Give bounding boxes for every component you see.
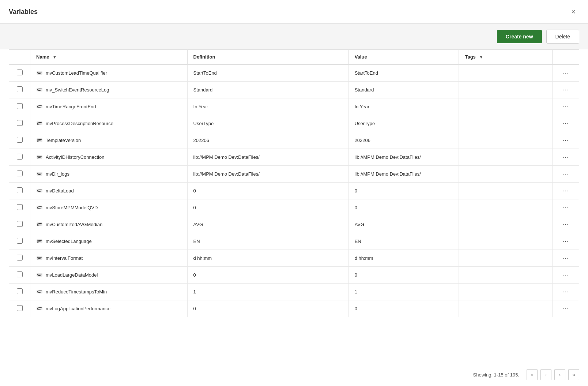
row-actions-cell: ··· — [552, 64, 579, 82]
row-value-cell: 0 — [348, 199, 459, 216]
variable-icon: $ — [36, 305, 43, 312]
row-name: mvReduceTimestampsToMin — [46, 289, 107, 295]
close-button[interactable]: × — [568, 6, 579, 18]
row-value-cell: 0 — [348, 300, 459, 317]
row-checkbox[interactable] — [17, 271, 23, 277]
row-value-cell: lib://MPM Demo Dev:DataFiles/ — [348, 166, 459, 183]
row-value: AVG — [355, 222, 365, 227]
next-page-button[interactable]: › — [554, 369, 565, 380]
variable-icon: $ — [36, 187, 43, 194]
row-definition: StartToEnd — [193, 70, 217, 76]
row-value-cell: 0 — [348, 183, 459, 199]
svg-rect-30 — [38, 190, 42, 190]
row-more-button[interactable]: ··· — [560, 102, 571, 111]
row-checkbox-cell — [9, 166, 30, 183]
row-name: mvDir_logs — [46, 171, 69, 177]
svg-rect-50 — [38, 274, 42, 274]
row-more-button[interactable]: ··· — [560, 237, 571, 246]
row-more-button[interactable]: ··· — [560, 186, 571, 195]
table-row: $ mvReduceTimestampsToMin11··· — [9, 284, 579, 300]
row-definition: 0 — [193, 188, 196, 194]
pagination-info: Showing: 1-15 of 195. — [473, 372, 519, 378]
row-checkbox[interactable] — [17, 305, 23, 311]
row-checkbox[interactable] — [17, 204, 23, 210]
prev-page-button[interactable]: ‹ — [540, 369, 551, 380]
row-definition-cell: StartToEnd — [187, 64, 348, 82]
row-more-button[interactable]: ··· — [560, 220, 571, 229]
row-value-cell: 0 — [348, 267, 459, 284]
row-checkbox-cell — [9, 115, 30, 132]
svg-rect-19 — [38, 140, 41, 141]
row-definition-cell: 0 — [187, 199, 348, 216]
create-new-button[interactable]: Create new — [497, 30, 542, 43]
row-more-button[interactable]: ··· — [560, 254, 571, 263]
table-row: $ mvTimeRangeFrontEndIn YearIn Year··· — [9, 98, 579, 115]
row-more-button[interactable]: ··· — [560, 287, 571, 296]
svg-rect-31 — [38, 191, 41, 192]
table-row: $ mvCustomLeadTimeQualifierStartToEndSta… — [9, 64, 579, 82]
row-tags-cell — [459, 98, 552, 115]
row-name: mvLoadLargeDataModel — [46, 272, 98, 278]
row-checkbox[interactable] — [17, 170, 23, 176]
table-row: $ mvDeltaLoad00··· — [9, 183, 579, 199]
svg-rect-26 — [38, 173, 42, 173]
row-checkbox[interactable] — [17, 288, 23, 294]
row-more-button[interactable]: ··· — [560, 85, 571, 94]
row-definition: AVG — [193, 222, 203, 227]
row-tags-cell — [459, 233, 552, 250]
row-more-button[interactable]: ··· — [560, 136, 571, 145]
svg-rect-18 — [38, 139, 42, 140]
name-filter-icon[interactable]: ▼ — [53, 55, 57, 59]
row-definition-cell: 0 — [187, 267, 348, 284]
row-more-button[interactable]: ··· — [560, 153, 571, 162]
row-more-button[interactable]: ··· — [560, 169, 571, 179]
row-definition: UserType — [193, 121, 214, 126]
row-name: TemplateVersion — [46, 138, 81, 143]
row-definition-cell: EN — [187, 233, 348, 250]
last-page-button[interactable]: » — [568, 369, 579, 380]
row-checkbox[interactable] — [17, 255, 23, 261]
variable-icon: $ — [36, 137, 43, 143]
svg-rect-14 — [38, 122, 42, 123]
delete-button[interactable]: Delete — [546, 30, 579, 44]
tags-filter-icon[interactable]: ▼ — [479, 55, 483, 59]
row-more-button[interactable]: ··· — [560, 119, 571, 128]
row-actions-cell: ··· — [552, 115, 579, 132]
row-value: 202206 — [355, 138, 370, 143]
row-definition-cell: AVG — [187, 216, 348, 233]
row-name: mvTimeRangeFrontEnd — [46, 104, 96, 109]
table-container: Name ▼ Definition Value Tags ▼ — [0, 49, 588, 363]
variable-icon: $ — [36, 204, 43, 211]
row-more-button[interactable]: ··· — [560, 304, 571, 313]
row-checkbox[interactable] — [17, 103, 23, 109]
row-actions-cell: ··· — [552, 199, 579, 216]
row-checkbox[interactable] — [17, 137, 23, 143]
row-checkbox-cell — [9, 64, 30, 82]
svg-rect-6 — [38, 89, 42, 89]
row-value-cell: d hh:mm — [348, 250, 459, 267]
row-definition-cell: d hh:mm — [187, 250, 348, 267]
row-value-cell: AVG — [348, 216, 459, 233]
row-more-button[interactable]: ··· — [560, 68, 571, 78]
row-definition: lib://MPM Demo Dev:DataFiles/ — [193, 171, 260, 177]
row-value: d hh:mm — [355, 255, 373, 261]
th-checkbox — [9, 50, 30, 65]
variables-table: Name ▼ Definition Value Tags ▼ — [9, 49, 579, 317]
first-page-button[interactable]: « — [527, 369, 538, 380]
row-checkbox[interactable] — [17, 221, 23, 227]
svg-rect-38 — [38, 223, 42, 224]
row-name-cell: $ mvReduceTimestampsToMin — [30, 284, 188, 300]
row-checkbox[interactable] — [17, 154, 23, 160]
row-checkbox[interactable] — [17, 238, 23, 244]
row-checkbox[interactable] — [17, 187, 23, 193]
row-name: mvIntervalFormat — [46, 255, 83, 261]
row-more-button[interactable]: ··· — [560, 270, 571, 280]
variable-icon: $ — [36, 154, 43, 160]
row-checkbox[interactable] — [17, 120, 23, 126]
row-checkbox[interactable] — [17, 86, 23, 92]
variable-icon: $ — [36, 271, 43, 278]
row-more-button[interactable]: ··· — [560, 203, 571, 212]
table-row: $ mvSelectedLanguageENEN··· — [9, 233, 579, 250]
variable-icon: $ — [36, 86, 43, 93]
row-checkbox[interactable] — [17, 70, 23, 75]
